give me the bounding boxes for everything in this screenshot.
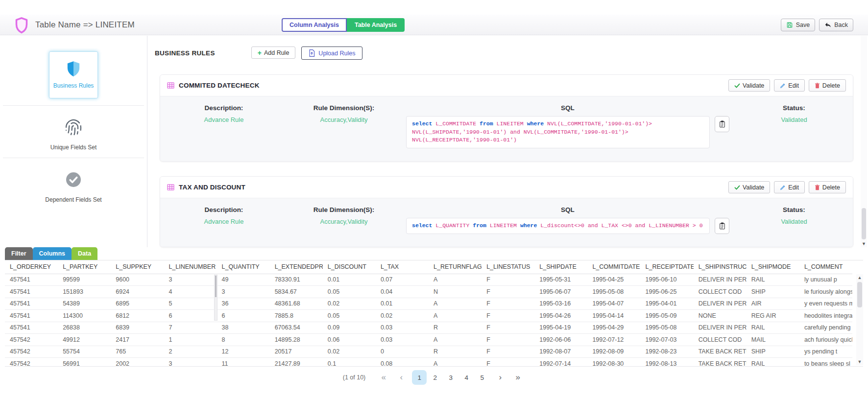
table-cell: 1995-05-08 xyxy=(587,286,640,298)
column-header[interactable]: L_SHIPDATE xyxy=(534,260,587,274)
table-cell: 457541 xyxy=(5,310,58,322)
add-rule-label: Add Rule xyxy=(264,49,289,56)
trash-icon xyxy=(815,185,820,190)
sql-token: from xyxy=(473,222,486,229)
scroll-down-icon[interactable]: ▼ xyxy=(861,240,867,247)
scroll-up-icon[interactable]: ▲ xyxy=(856,274,863,281)
tab-data[interactable]: Data xyxy=(72,247,97,260)
table-cell: 1992-07-12 xyxy=(587,334,640,346)
table-cell: SHIP xyxy=(747,346,799,358)
sidebar-item-unique-fields-set[interactable]: Unique Fields Set xyxy=(0,106,147,151)
scrollbar-thumb[interactable] xyxy=(862,208,866,239)
copy-sql-button[interactable] xyxy=(715,116,729,132)
prev-page-button[interactable]: ‹ xyxy=(394,370,409,385)
table-scrollbar[interactable]: ▲ ▼ xyxy=(856,274,863,365)
table-cell: 0 xyxy=(376,346,429,358)
page-button-5[interactable]: 5 xyxy=(475,370,489,385)
add-rule-button[interactable]: + Add Rule xyxy=(251,47,296,59)
table-header-row: L_ORDERKEYL_PARTKEYL_SUPPKEYL_LINENUMBER… xyxy=(5,260,852,274)
copy-sql-button[interactable] xyxy=(715,218,729,234)
column-header[interactable]: L_PARTKEY xyxy=(58,260,111,274)
page-button-2[interactable]: 2 xyxy=(428,370,442,385)
edit-button[interactable]: Edit xyxy=(774,181,805,193)
table-row[interactable]: 45754255754765212205170.020RF1992-08-071… xyxy=(5,346,852,358)
rule-name: TAX AND DISCOUNT xyxy=(179,184,245,191)
scrollbar-thumb[interactable] xyxy=(215,276,217,297)
column-header[interactable]: L_RECEIPTDATE xyxy=(641,260,694,274)
column-header[interactable]: L_SUPPKEY xyxy=(111,260,164,274)
table-cell: 1992-08-13 xyxy=(641,358,694,367)
tab-columns[interactable]: Columns xyxy=(33,247,72,260)
scrollbar-thumb[interactable] xyxy=(857,282,862,307)
table-cell: 56991 xyxy=(58,358,111,367)
page-button-3[interactable]: 3 xyxy=(443,370,458,385)
table-cell: 457541 xyxy=(5,274,58,286)
table-cell: 6839 xyxy=(111,322,164,334)
next-page-button[interactable]: › xyxy=(493,370,507,385)
table-cell: R xyxy=(429,346,482,358)
table-row[interactable]: 4575411143006812667885.80.050.02AF1995-0… xyxy=(5,310,852,322)
table-cell: 49912 xyxy=(58,334,111,346)
page-button-4[interactable]: 4 xyxy=(459,370,474,385)
column-header[interactable]: L_ORDERKEY xyxy=(5,260,58,274)
save-button[interactable]: Save xyxy=(781,19,816,31)
tab-table-analysis[interactable]: Table Analysis xyxy=(347,18,405,32)
shield-icon xyxy=(66,61,81,77)
table-cell: DELIVER IN PERSO xyxy=(694,274,747,286)
tab-column-analysis[interactable]: Column Analysis xyxy=(282,18,347,32)
column-header[interactable]: L_LINESTATUS xyxy=(482,260,534,274)
column-header[interactable]: L_COMMITDATE xyxy=(587,260,640,274)
first-page-button[interactable]: « xyxy=(376,370,391,385)
column-header[interactable]: L_RETURNFLAG xyxy=(429,260,482,274)
table-row[interactable]: 45754126838683973867063.540.090.03RF1995… xyxy=(5,322,852,334)
table-cell: 457542 xyxy=(5,358,58,367)
pagination: (1 of 10) « ‹ 12345 › » xyxy=(5,370,863,385)
column-header[interactable]: L_QUANTITY xyxy=(217,260,270,274)
table-row[interactable]: 45754199599960034978330.910.010.07AF1995… xyxy=(5,274,852,286)
table-cell: 3 xyxy=(164,274,217,286)
column-header[interactable]: L_LINENUMBER xyxy=(164,260,217,274)
back-button[interactable]: Back xyxy=(819,19,853,31)
sidebar-item-label: Business Rules xyxy=(53,82,94,89)
tab-filter[interactable]: Filter xyxy=(5,247,33,260)
table-cell: 1992-08-23 xyxy=(641,346,694,358)
table-cell: 1995-03-16 xyxy=(534,298,587,310)
sql-token: L_COMMITDATE xyxy=(432,120,480,127)
edit-button[interactable]: Edit xyxy=(774,79,805,92)
table-cell: 3 xyxy=(217,286,270,298)
table-cell: F xyxy=(482,322,534,334)
sql-token: LINEITEM xyxy=(486,222,520,229)
table-cell: F xyxy=(482,298,534,310)
column-header[interactable]: L_TAX xyxy=(376,260,429,274)
sidebar-item-business-rules[interactable]: Business Rules xyxy=(49,51,98,98)
table-cell: DELIVER IN PERSO xyxy=(694,298,747,310)
frozen-pane-scrollbar[interactable] xyxy=(214,275,217,321)
table-row[interactable]: 4575411518936924435834.670.050.04NF1995-… xyxy=(5,286,852,298)
validate-button[interactable]: Validate xyxy=(728,181,770,193)
table-cell: 457541 xyxy=(5,298,58,310)
delete-button[interactable]: Delete xyxy=(809,79,846,92)
column-header[interactable]: L_COMMENT xyxy=(799,260,852,274)
table-row[interactable]: 45754256991200231121427.890.10.08AF1992-… xyxy=(5,358,852,367)
upload-rules-button[interactable]: Upload Rules xyxy=(301,47,362,60)
column-header[interactable]: L_SHIPMODE xyxy=(747,260,799,274)
validate-button[interactable]: Validate xyxy=(728,79,770,92)
save-button-label: Save xyxy=(796,22,810,28)
file-upload-icon xyxy=(309,49,315,57)
table-cell: 1995-06-10 xyxy=(641,274,694,286)
table-row[interactable]: 4575424991224171814895.280.060.03AF1992-… xyxy=(5,334,852,346)
last-page-button[interactable]: » xyxy=(510,370,525,385)
table-cell: 0.05 xyxy=(323,310,376,322)
column-header[interactable]: L_EXTENDEDPRICI xyxy=(270,260,323,274)
page-button-1[interactable]: 1 xyxy=(412,370,427,385)
rule-actions: Validate Edit Delete xyxy=(728,181,846,193)
table-row[interactable]: 45754154389689553648361.680.020.01AF1995… xyxy=(5,298,852,310)
panel-scrollbar[interactable]: ▼ xyxy=(861,36,867,247)
column-header[interactable]: L_SHIPINSTRUCT xyxy=(694,260,747,274)
column-header[interactable]: L_DISCOUNT xyxy=(323,260,376,274)
sidebar-item-dependent-fields-set[interactable]: Dependent Fields Set xyxy=(0,158,147,203)
table-cell: le furiously alongsi xyxy=(799,286,852,298)
table-cell: 6 xyxy=(217,310,270,322)
delete-button[interactable]: Delete xyxy=(809,181,846,193)
scroll-down-icon[interactable]: ▼ xyxy=(856,358,863,365)
